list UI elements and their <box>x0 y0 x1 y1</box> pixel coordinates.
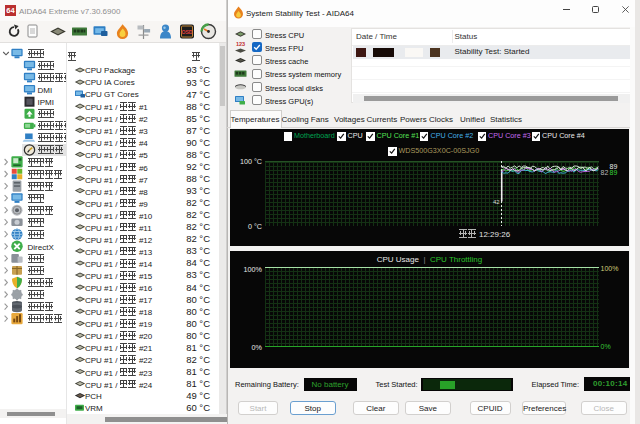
svg-text:123: 123 <box>236 41 245 47</box>
svg-text:42: 42 <box>493 199 500 205</box>
svg-text:OSD: OSD <box>181 29 192 35</box>
